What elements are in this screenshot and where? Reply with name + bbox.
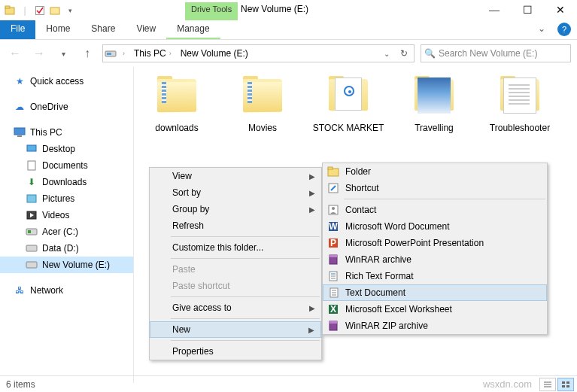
svg-rect-6 (14, 128, 25, 135)
qat-separator: | (18, 4, 32, 17)
breadcrumb-this-pc[interactable]: This PC› (131, 47, 175, 60)
ctx-properties[interactable]: Properties (150, 343, 321, 360)
refresh-button[interactable]: ↻ (396, 48, 412, 59)
ctx-customize[interactable]: Customize this folder... (150, 239, 321, 256)
nav-pictures[interactable]: Pictures (0, 190, 133, 207)
ctx-give-access[interactable]: Give access to▶ (150, 299, 321, 316)
minimize-button[interactable]: — (478, 0, 511, 20)
svg-rect-21 (566, 381, 569, 384)
submenu-arrow-icon: ▶ (309, 304, 315, 312)
view-toggles (539, 378, 574, 391)
excel-icon: X (327, 303, 339, 315)
folder-icon (411, 74, 457, 120)
ctx-new[interactable]: New▶ (150, 321, 321, 338)
svg-rect-3 (50, 8, 59, 14)
nav-data-d[interactable]: Data (D:) (0, 240, 133, 257)
ctx-sort-by[interactable]: Sort by▶ (150, 184, 321, 201)
qat-checkbox[interactable] (33, 4, 47, 17)
item-list: downloads Movies STOCK MARKET Travelling… (138, 74, 572, 133)
address-row: ← → ▾ ↑ › This PC› New Volume (E:) ⌄ ↻ 🔍… (0, 40, 577, 67)
folder-item[interactable]: Troubleshooter (481, 74, 558, 133)
item-label: Movies (248, 123, 277, 133)
ctx-new-powerpoint[interactable]: PMicrosoft PowerPoint Presentation (323, 235, 547, 251)
forward-button[interactable]: → (30, 44, 48, 62)
ribbon-chevron-icon[interactable]: ⌄ (532, 20, 551, 39)
address-bar[interactable]: › This PC› New Volume (E:) ⌄ ↻ (102, 44, 415, 62)
contact-icon (327, 204, 339, 216)
ctx-new-word[interactable]: WMicrosoft Word Document (323, 218, 547, 235)
ctx-new-text[interactable]: Text Document (323, 284, 547, 301)
archive-icon (327, 254, 339, 266)
ctx-separator (171, 296, 320, 297)
ctx-separator (171, 340, 320, 341)
qat-overflow-icon[interactable]: ▾ (63, 4, 77, 17)
ctx-new-contact[interactable]: Contact (323, 202, 547, 218)
ctx-view[interactable]: View▶ (150, 168, 321, 184)
manage-tab[interactable]: Manage (166, 20, 220, 39)
home-tab[interactable]: Home (35, 20, 80, 39)
folder-item[interactable]: downloads (138, 74, 215, 133)
up-button[interactable]: ↑ (78, 44, 96, 62)
nav-onedrive[interactable]: ☁OneDrive (0, 99, 133, 115)
item-label: STOCK MARKET (313, 123, 384, 133)
share-tab[interactable]: Share (80, 20, 126, 39)
folder-item[interactable]: Movies (224, 74, 301, 133)
drive-icon (26, 259, 38, 271)
star-icon: ★ (14, 75, 26, 87)
svg-rect-23 (566, 385, 569, 387)
nav-network[interactable]: 🖧Network (0, 282, 133, 299)
svg-rect-16 (26, 262, 37, 268)
view-tab[interactable]: View (126, 20, 166, 39)
nav-this-pc[interactable]: This PC (0, 124, 133, 141)
window-title: New Volume (E:) (241, 4, 308, 14)
ctx-group-by[interactable]: Group by▶ (150, 201, 321, 217)
folder-item[interactable]: Travelling (396, 74, 472, 133)
file-tab[interactable]: File (0, 20, 35, 39)
ctx-new-winrar[interactable]: WinRAR archive (323, 251, 547, 268)
window-controls: — ☐ ✕ (478, 0, 577, 20)
submenu-arrow-icon: ▶ (308, 326, 314, 334)
close-button[interactable]: ✕ (544, 0, 577, 20)
maximize-button[interactable]: ☐ (511, 0, 544, 20)
ctx-new-rtf[interactable]: Rich Text Format (323, 268, 547, 284)
ctx-new-shortcut[interactable]: Shortcut (323, 180, 547, 196)
search-box[interactable]: 🔍 Search New Volume (E:) (421, 44, 571, 62)
nav-videos[interactable]: Videos (0, 207, 133, 223)
powerpoint-icon: P (327, 237, 339, 249)
nav-new-volume-e[interactable]: New Volume (E:) (0, 257, 133, 273)
ctx-new-winrar-zip[interactable]: WinRAR ZIP archive (323, 318, 547, 334)
details-view-button[interactable] (539, 378, 556, 391)
ctx-refresh[interactable]: Refresh (150, 217, 321, 234)
item-label: downloads (155, 123, 198, 133)
back-button[interactable]: ← (6, 44, 24, 62)
new-submenu: Folder Shortcut Contact WMicrosoft Word … (322, 163, 548, 335)
documents-icon (26, 160, 38, 172)
qat-folder-icon[interactable] (48, 4, 62, 17)
status-bar: 6 items wsxdn.com (0, 375, 577, 392)
ctx-paste: Paste (150, 261, 321, 278)
nav-quick-access[interactable]: ★Quick access (0, 73, 133, 90)
ctx-new-folder[interactable]: Folder (323, 163, 547, 180)
svg-rect-10 (27, 195, 36, 202)
nav-acer-c[interactable]: Acer (C:) (0, 223, 133, 240)
icons-view-button[interactable] (557, 378, 574, 391)
monitor-icon (14, 126, 26, 138)
nav-downloads[interactable]: ⬇Downloads (0, 174, 133, 190)
folder-item[interactable]: STOCK MARKET (310, 74, 387, 133)
nav-desktop[interactable]: Desktop (0, 141, 133, 157)
folder-icon (154, 74, 199, 120)
folder-icon (327, 166, 339, 178)
ctx-new-excel[interactable]: XMicrosoft Excel Worksheet (323, 301, 547, 318)
item-label: Travelling (415, 123, 454, 133)
breadcrumb-volume[interactable]: New Volume (E:) (178, 47, 251, 60)
drive-tools-tab[interactable]: Drive Tools (185, 2, 238, 20)
ribbon: File Home Share View Manage ⌄ ? (0, 20, 577, 40)
svg-rect-14 (28, 230, 31, 233)
nav-documents[interactable]: Documents (0, 157, 133, 174)
address-dropdown-icon[interactable]: ⌄ (381, 50, 393, 58)
help-icon[interactable]: ? (557, 23, 571, 36)
recent-locations-button[interactable]: ▾ (54, 44, 72, 62)
videos-icon (26, 209, 38, 221)
breadcrumb-sep[interactable]: › (120, 48, 128, 59)
svg-rect-8 (27, 145, 36, 151)
